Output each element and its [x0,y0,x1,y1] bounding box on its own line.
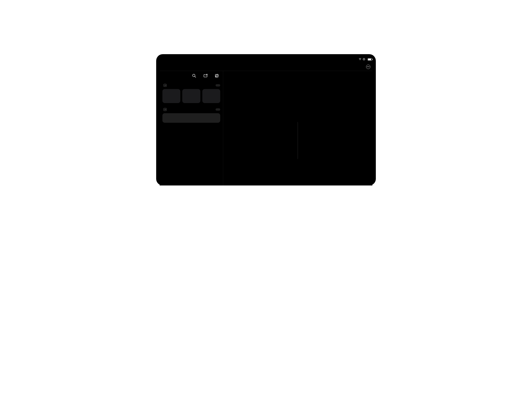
notes-sort-button[interactable] [215,108,220,111]
search-button[interactable] [192,73,196,78]
svg-line-4 [195,76,196,77]
folder-card-notes[interactable] [182,89,200,103]
status-bar [160,58,247,61]
folders-section-header [162,84,220,87]
notes-section-toggle[interactable] [162,108,166,111]
chevron-up-icon [164,84,166,87]
app-bar: ••• [160,63,247,71]
folder-icon [169,93,174,97]
notes-section-header [162,108,220,111]
folders-sort-button[interactable] [215,84,220,86]
folder-icon [209,93,214,97]
promo-header [0,0,247,11]
folder-card-scheduler[interactable] [202,89,220,103]
sidebar [160,71,223,186]
sidebar-toolbar [162,73,220,78]
note-meta [165,117,217,120]
folders-grid [162,89,220,103]
detail-pane [223,71,247,186]
new-folder-button[interactable] [203,73,208,78]
device-frame: ••• [156,54,247,186]
note-card[interactable] [162,113,220,123]
folder-icon [189,93,194,97]
compose-note-button[interactable] [214,73,219,78]
folders-section-toggle[interactable] [162,84,166,87]
chevron-up-icon [164,108,166,111]
folder-card-moneyke[interactable] [162,89,180,103]
screen: ••• [160,58,247,186]
